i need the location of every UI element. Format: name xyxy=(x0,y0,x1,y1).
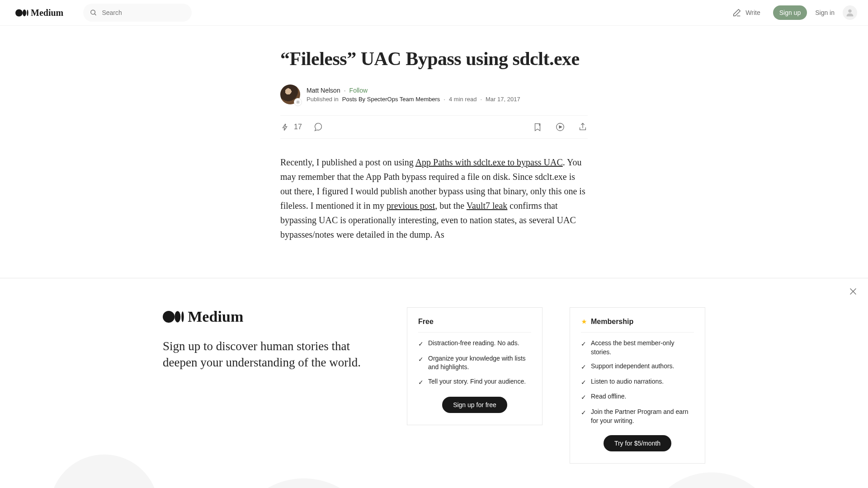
signin-link[interactable]: Sign in xyxy=(815,9,835,16)
benefit-text: Join the Partner Program and earn for yo… xyxy=(591,408,694,425)
clap-count: 17 xyxy=(294,123,302,131)
list-item: ✓Organize your knowledge with lists and … xyxy=(418,354,531,372)
benefit-text: Organize your knowledge with lists and h… xyxy=(428,354,531,372)
check-icon: ✓ xyxy=(581,393,586,402)
article-body-p1: Recently, I published a post on using Ap… xyxy=(280,155,588,242)
publication-name[interactable]: Posts By SpecterOps Team Members xyxy=(342,96,440,103)
check-icon: ✓ xyxy=(581,378,586,387)
signup-free-button[interactable]: Sign up for free xyxy=(442,397,507,413)
list-item: ✓Tell your story. Find your audience. xyxy=(418,377,531,387)
separator-dot: · xyxy=(443,96,445,103)
search-input[interactable] xyxy=(102,9,185,16)
write-link[interactable]: Write xyxy=(732,8,760,18)
sheet-tagline: Sign up to discover human stories that d… xyxy=(163,338,380,371)
benefit-text: Read offline. xyxy=(591,392,626,402)
benefit-text: Access the best member-only stories. xyxy=(591,339,694,357)
membership-card: Membership ✓Access the best member-only … xyxy=(570,307,705,464)
medium-logo[interactable]: Medium xyxy=(11,7,74,19)
svg-point-11 xyxy=(163,311,175,323)
svg-point-7 xyxy=(297,102,298,103)
svg-point-4 xyxy=(91,10,95,14)
body-text: , but the xyxy=(435,201,467,211)
separator-dot: · xyxy=(480,96,482,103)
benefit-text: Tell your story. Find your audience. xyxy=(428,377,526,387)
close-button[interactable] xyxy=(848,286,858,296)
check-icon: ✓ xyxy=(581,363,586,372)
check-icon: ✓ xyxy=(418,355,424,372)
membership-title-text: Membership xyxy=(591,318,633,326)
link-previous-post[interactable]: previous post xyxy=(387,201,435,211)
free-plan-title: Free xyxy=(418,318,531,326)
play-circle-icon xyxy=(555,122,565,132)
published-in-prefix: Published in xyxy=(307,96,339,103)
write-icon xyxy=(732,8,742,18)
follow-link[interactable]: Follow xyxy=(349,87,368,94)
svg-text:Medium: Medium xyxy=(31,8,64,18)
check-icon: ✓ xyxy=(418,378,424,387)
share-icon xyxy=(578,122,588,132)
free-plan-card: Free ✓Distraction-free reading. No ads. … xyxy=(407,307,542,425)
star-icon xyxy=(581,319,587,325)
svg-point-6 xyxy=(848,9,851,13)
listen-button[interactable] xyxy=(555,122,565,132)
author-avatar[interactable] xyxy=(280,84,300,104)
signup-button[interactable]: Sign up xyxy=(773,5,807,20)
bookmark-button[interactable] xyxy=(533,122,542,132)
list-item: ✓Distraction-free reading. No ads. xyxy=(418,339,531,349)
share-button[interactable] xyxy=(578,122,588,132)
read-time: 4 min read xyxy=(449,96,476,103)
clap-icon xyxy=(280,122,290,132)
clap-button[interactable]: 17 xyxy=(280,122,302,132)
list-item: ✓Join the Partner Program and earn for y… xyxy=(581,408,694,425)
svg-point-2 xyxy=(27,9,28,16)
svg-point-0 xyxy=(15,9,23,16)
write-label: Write xyxy=(745,9,760,16)
close-icon xyxy=(848,286,858,296)
list-item: ✓Support independent authors. xyxy=(581,362,694,372)
profile-avatar[interactable] xyxy=(843,5,857,20)
try-membership-button[interactable]: Try for $5/month xyxy=(604,435,671,451)
byline-meta: Matt Nelson · Follow Published in Posts … xyxy=(307,87,520,103)
body-text: Recently, I published a post on using xyxy=(280,157,415,167)
membership-title: Membership xyxy=(581,318,694,326)
benefit-text: Listen to audio narrations. xyxy=(591,377,664,387)
article: “Fileless” UAC Bypass using sdclt.exe Ma… xyxy=(280,26,588,242)
publication-badge-icon xyxy=(294,98,302,106)
svg-text:Medium: Medium xyxy=(188,308,243,325)
comment-button[interactable] xyxy=(313,122,323,132)
separator-dot: · xyxy=(344,87,346,94)
benefit-text: Distraction-free reading. No ads. xyxy=(428,339,519,349)
benefit-text: Support independent authors. xyxy=(591,362,674,372)
check-icon: ✓ xyxy=(581,340,586,357)
person-icon xyxy=(845,8,855,18)
article-title: “Fileless” UAC Bypass using sdclt.exe xyxy=(280,47,588,70)
link-vault7[interactable]: Vault7 leak xyxy=(467,201,508,211)
list-item: ✓Listen to audio narrations. xyxy=(581,377,694,387)
svg-point-1 xyxy=(23,9,26,16)
list-item: ✓Read offline. xyxy=(581,392,694,402)
search-box[interactable] xyxy=(83,4,192,22)
divider xyxy=(418,332,531,333)
signup-sheet: Medium Sign up to discover human stories… xyxy=(0,278,868,488)
svg-point-12 xyxy=(175,311,180,323)
search-icon xyxy=(90,8,97,17)
byline: Matt Nelson · Follow Published in Posts … xyxy=(280,84,588,104)
check-icon: ✓ xyxy=(581,408,586,425)
list-item: ✓Access the best member-only stories. xyxy=(581,339,694,357)
publish-date: Mar 17, 2017 xyxy=(486,96,520,103)
medium-wordmark-icon: Medium xyxy=(11,7,74,19)
comment-icon xyxy=(313,122,323,132)
sheet-intro: Medium Sign up to discover human stories… xyxy=(163,307,380,371)
svg-line-5 xyxy=(94,14,96,15)
author-name[interactable]: Matt Nelson xyxy=(307,87,340,94)
svg-point-13 xyxy=(181,311,184,322)
check-icon: ✓ xyxy=(418,340,424,349)
action-bar: 17 xyxy=(280,115,588,139)
divider xyxy=(581,332,694,333)
bookmark-icon xyxy=(533,122,542,132)
top-nav: Medium Write Sign up Sign in xyxy=(0,0,868,26)
medium-wordmark-icon: Medium xyxy=(163,307,258,326)
link-app-paths[interactable]: App Paths with sdclt.exe to bypass UAC xyxy=(415,157,563,167)
